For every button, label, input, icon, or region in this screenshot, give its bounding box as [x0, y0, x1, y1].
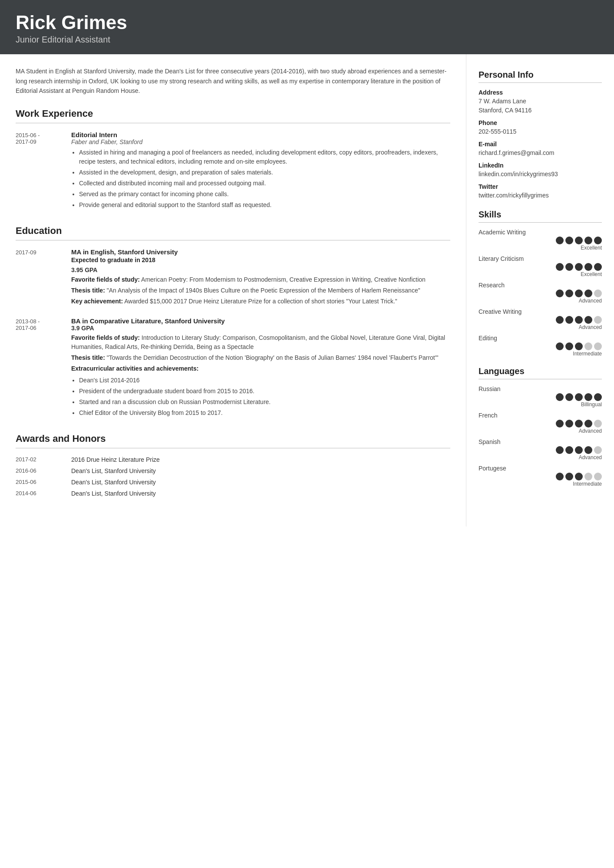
dot: [556, 289, 564, 297]
work-bullet-0-1: Assisted in the development, design, and…: [79, 168, 450, 177]
award-date-3: 2014-06: [16, 490, 59, 497]
twitter-value: twitter.com/rickyfillygrimes: [479, 191, 602, 200]
skill-item: Literary CriticismExcellent: [479, 255, 602, 277]
dot: [594, 473, 602, 480]
skill-item: Academic WritingExcellent: [479, 229, 602, 251]
award-entry-0: 2017-02 2016 Drue Heinz Literature Prize: [16, 456, 450, 463]
dot: [575, 263, 583, 271]
skill-dots: [556, 473, 602, 480]
award-date-2: 2015-06: [16, 479, 59, 486]
dot: [565, 289, 573, 297]
skill-dots-wrap: Excellent: [479, 237, 602, 251]
skill-dots-wrap: Advanced: [479, 316, 602, 330]
edu-title-0: MA in English, Stanford University: [71, 248, 450, 256]
dot: [575, 316, 583, 324]
work-title-0: Editorial Intern: [71, 131, 450, 138]
right-column: Personal Info Address 7 W. Adams LaneSta…: [466, 54, 614, 526]
edu-expected-0: Expected to graduate in 2018: [71, 256, 450, 265]
dot: [565, 393, 573, 401]
dot: [584, 473, 592, 480]
dot: [556, 446, 564, 454]
skill-level: Advanced: [579, 324, 602, 330]
email-value: richard.f.grimes@gmail.com: [479, 148, 602, 158]
skill-name: Literary Criticism: [479, 255, 602, 262]
skill-level: Advanced: [579, 298, 602, 304]
skill-name: Research: [479, 282, 602, 289]
candidate-title: Junior Editorial Assistant: [16, 35, 598, 45]
awards-section: Awards and Honors 2017-02 2016 Drue Hein…: [16, 433, 450, 497]
edu-entry-1: 2013-08 - 2017-06 BA in Comparative Lita…: [16, 317, 450, 419]
skill-dots: [556, 316, 602, 324]
dot: [594, 237, 602, 244]
dot: [575, 393, 583, 401]
skill-name: Academic Writing: [479, 229, 602, 236]
dot: [565, 446, 573, 454]
dot: [584, 316, 592, 324]
dot: [556, 237, 564, 244]
dot: [565, 316, 573, 324]
dot: [594, 393, 602, 401]
dot: [565, 237, 573, 244]
education-section-title: Education: [16, 225, 450, 237]
skill-dots-wrap: Advanced: [479, 420, 602, 434]
dot: [584, 263, 592, 271]
skill-dots-wrap: Advanced: [479, 446, 602, 460]
twitter-label: Twitter: [479, 183, 602, 190]
skill-dots: [556, 342, 602, 350]
dot: [575, 237, 583, 244]
dot: [556, 393, 564, 401]
dot: [594, 316, 602, 324]
skill-dots-wrap: Intermediate: [479, 473, 602, 487]
edu-thesis-1: Thesis title: "Towards the Derridian Dec…: [71, 353, 450, 362]
languages-divider: [479, 379, 602, 379]
skill-level: Billingual: [581, 401, 602, 408]
dot: [584, 237, 592, 244]
edu-bullet-1-0: Dean's List 2014-2016: [79, 376, 450, 385]
skill-dots: [556, 289, 602, 297]
dot: [584, 446, 592, 454]
award-title-0: 2016 Drue Heinz Literature Prize: [71, 456, 160, 463]
skill-level: Intermediate: [573, 351, 602, 357]
dot: [584, 289, 592, 297]
resume-header: Rick Grimes Junior Editorial Assistant: [0, 0, 614, 54]
edu-bullet-1-3: Chief Editor of the University Blog from…: [79, 408, 450, 418]
dot: [556, 473, 564, 480]
edu-bullet-1-2: Started and ran a discussion club on Rus…: [79, 398, 450, 407]
dot: [565, 263, 573, 271]
languages-title: Languages: [479, 366, 602, 376]
edu-achievement-0: Key achievement: Awarded $15,000 2017 Dr…: [71, 297, 450, 306]
edu-bullet-1-1: President of the undergraduate student b…: [79, 387, 450, 396]
linkedin-value: linkedin.com/in/rickygrimes93: [479, 170, 602, 179]
skill-level: Excellent: [581, 245, 602, 251]
dot: [556, 420, 564, 427]
dot: [565, 473, 573, 480]
work-bullet-0-0: Assisted in hiring and managing a pool o…: [79, 148, 450, 166]
edu-thesis-0: Thesis title: "An Analysis of the Impact…: [71, 286, 450, 295]
linkedin-label: LinkedIn: [479, 162, 602, 169]
skill-level: Excellent: [581, 271, 602, 277]
dot: [584, 420, 592, 427]
skill-item: EditingIntermediate: [479, 335, 602, 357]
personal-info-section: Personal Info Address 7 W. Adams LaneSta…: [479, 70, 602, 200]
skill-level: Advanced: [579, 454, 602, 460]
skill-dots: [556, 446, 602, 454]
awards-section-title: Awards and Honors: [16, 433, 450, 444]
dot: [565, 342, 573, 350]
skill-item: Creative WritingAdvanced: [479, 308, 602, 330]
award-date-1: 2016-06: [16, 467, 59, 474]
dot: [556, 263, 564, 271]
work-bullet-0-3: Served as the primary contact for incomi…: [79, 190, 450, 199]
work-divider: [16, 123, 450, 123]
dot: [584, 342, 592, 350]
skills-section: Skills Academic WritingExcellentLiterary…: [479, 210, 602, 357]
award-title-1: Dean's List, Stanford University: [71, 467, 156, 474]
email-label: E-mail: [479, 141, 602, 148]
summary-text: MA Student in English at Stanford Univer…: [16, 66, 450, 95]
skill-item: SpanishAdvanced: [479, 438, 602, 460]
skill-dots-wrap: Excellent: [479, 263, 602, 277]
candidate-name: Rick Grimes: [16, 12, 598, 33]
left-column: MA Student in English at Stanford Univer…: [0, 54, 466, 526]
skill-name: Spanish: [479, 438, 602, 445]
skill-name: Russian: [479, 385, 602, 392]
skill-item: ResearchAdvanced: [479, 282, 602, 304]
